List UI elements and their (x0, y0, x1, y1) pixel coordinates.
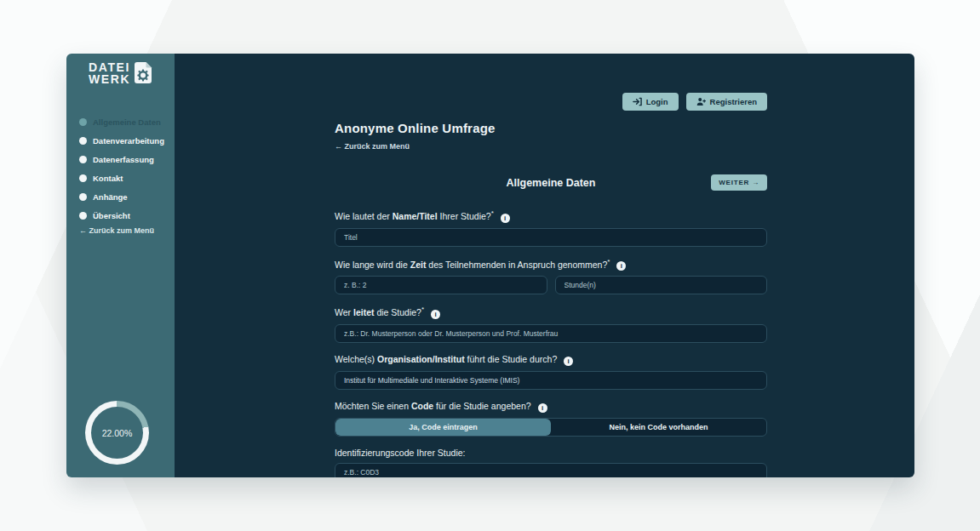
sidebar-item-uebersicht[interactable]: Übersicht (79, 211, 164, 220)
progress-ring: 22.00% (85, 401, 149, 465)
form-content: Allgemeine Daten WEITER → Wie lautet der… (335, 174, 767, 477)
sidebar-item-label: Datenverarbeitung (93, 136, 164, 146)
sidebar-item-label: Kontakt (93, 174, 123, 183)
required-asterisk: * (421, 305, 424, 313)
auth-buttons: Login Registrieren (335, 93, 767, 111)
question-study-code: Möchten Sie einen Code für die Studie an… (335, 401, 767, 437)
section-title: Allgemeine Daten (335, 174, 767, 191)
required-asterisk: * (491, 209, 494, 217)
app-logo: DATEI WERK (89, 61, 152, 86)
step-dot-icon (79, 156, 87, 163)
info-icon[interactable]: i (501, 214, 510, 223)
duration-fields (335, 276, 767, 294)
code-yes-button[interactable]: Ja, Code eintragen (335, 419, 551, 436)
organisation-input[interactable] (335, 371, 767, 390)
question-label: Wie lange wird die Zeit des Teilnehmende… (335, 258, 767, 271)
login-label: Login (646, 97, 668, 106)
question-label: Möchten Sie einen Code für die Studie an… (335, 401, 767, 413)
code-toggle: Ja, Code eintragen Nein, kein Code vorha… (335, 418, 767, 437)
sidebar-item-label: Anhänge (93, 192, 128, 202)
login-button[interactable]: Login (622, 93, 679, 111)
weiter-button[interactable]: WEITER → (711, 174, 767, 191)
sidebar-item-allgemeine-daten[interactable]: Allgemeine Daten (79, 117, 164, 127)
logo-line-2: WERK (89, 73, 130, 85)
main-content: Login Registrieren Anonyme Online Umfrag… (175, 54, 914, 477)
identification-code-input[interactable] (335, 463, 767, 478)
code-no-button[interactable]: Nein, kein Code vorhanden (551, 419, 766, 436)
step-dot-icon (79, 174, 87, 182)
duration-amount-input[interactable] (335, 276, 547, 294)
page-title: Anonyme Online Umfrage (335, 121, 496, 135)
question-organisation: Welche(s) Organisation/Institut führt di… (335, 354, 767, 390)
duration-unit-input[interactable] (555, 276, 768, 294)
question-label: Identifizierungscode Ihrer Studie: (335, 448, 767, 458)
info-icon[interactable]: i (431, 310, 440, 319)
app-card: DATEI WERK (66, 54, 914, 477)
info-icon[interactable]: i (616, 261, 626, 271)
info-icon[interactable]: i (538, 403, 547, 413)
info-icon[interactable]: i (564, 357, 573, 366)
question-label: Wie lautet der Name/Titel Ihrer Studie?*… (335, 209, 767, 223)
progress-value: 22.00% (102, 428, 133, 438)
sidebar-item-kontakt[interactable]: Kontakt (79, 174, 164, 183)
user-plus-icon (696, 97, 706, 106)
sidebar-item-datenverarbeitung[interactable]: Datenverarbeitung (79, 136, 164, 146)
question-identification-code: Identifizierungscode Ihrer Studie: (335, 448, 767, 478)
question-label: Welche(s) Organisation/Institut führt di… (335, 354, 767, 366)
document-gear-icon (134, 61, 152, 84)
logo-line-1: DATEI (89, 61, 130, 73)
register-button[interactable]: Registrieren (686, 93, 767, 111)
question-study-title: Wie lautet der Name/Titel Ihrer Studie?*… (335, 209, 767, 247)
register-label: Registrieren (710, 97, 757, 106)
question-duration: Wie lange wird die Zeit des Teilnehmende… (335, 258, 767, 295)
sidebar-item-label: Datenerfassung (93, 155, 154, 164)
step-dot-icon (79, 212, 87, 220)
question-study-lead: Wer leitet die Studie?* i (335, 305, 767, 343)
sidebar-nav: Allgemeine Daten Datenverarbeitung Daten… (79, 117, 164, 230)
sidebar-item-label: Übersicht (93, 211, 130, 220)
required-asterisk: * (607, 258, 610, 266)
question-label: Wer leitet die Studie?* i (335, 305, 767, 319)
sidebar-item-datenerfassung[interactable]: Datenerfassung (79, 155, 164, 164)
back-to-menu-link[interactable]: ← Zurück zum Menü (335, 142, 410, 151)
sidebar-item-label: Allgemeine Daten (93, 117, 161, 127)
step-dot-icon (79, 193, 87, 201)
sidebar: DATEI WERK (66, 54, 175, 477)
step-dot-icon (79, 118, 87, 126)
study-title-input[interactable] (335, 228, 767, 247)
step-dot-icon (79, 137, 87, 145)
study-lead-input[interactable] (335, 324, 767, 343)
sidebar-back-to-menu-link[interactable]: ← Zurück zum Menü (79, 226, 154, 235)
logo-text: DATEI WERK (89, 61, 130, 86)
section-header: Allgemeine Daten WEITER → (335, 174, 767, 191)
login-icon (633, 97, 642, 106)
sidebar-item-anhaenge[interactable]: Anhänge (79, 192, 164, 202)
